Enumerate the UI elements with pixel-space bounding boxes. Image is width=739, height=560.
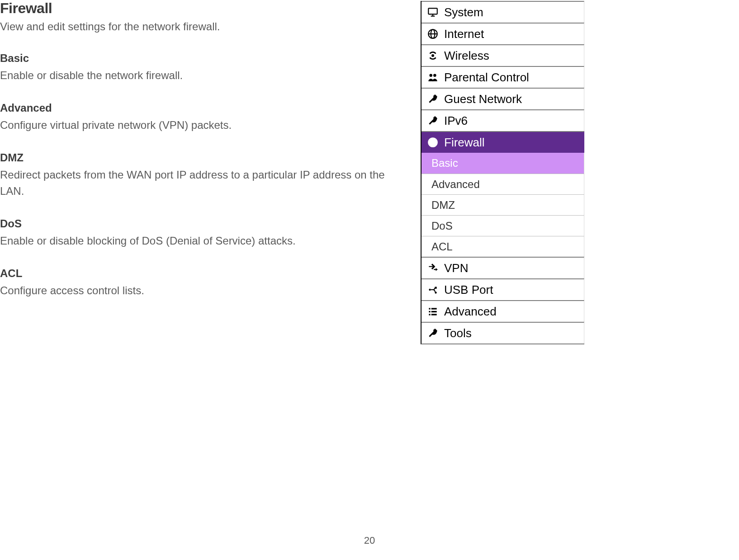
sidebar-item-guest-network[interactable]: Guest Network — [422, 88, 584, 109]
sidebar-item-label: Internet — [444, 27, 484, 41]
vpn-icon — [422, 262, 444, 274]
svg-rect-14 — [429, 311, 430, 312]
section-dmz: DMZ Redirect packets from the WAN port I… — [0, 151, 393, 199]
section-title: ACL — [0, 267, 393, 280]
sidebar-subitem-label: Advanced — [431, 178, 480, 191]
page-intro: View and edit settings for the network f… — [0, 20, 393, 33]
list-icon — [422, 306, 444, 317]
sidebar-item-label: Wireless — [444, 49, 489, 63]
sidebar-item-parental-control[interactable]: Parental Control — [422, 66, 584, 88]
sidebar-subitem-label: Basic — [431, 157, 458, 169]
sidebar-item-label: USB Port — [444, 283, 493, 297]
section-desc: Enable or disable the network firewall. — [0, 67, 393, 84]
sidebar-item-internet[interactable]: Internet — [422, 23, 584, 44]
section-title: DMZ — [0, 151, 393, 164]
svg-rect-18 — [431, 314, 437, 315]
svg-rect-17 — [431, 311, 437, 312]
sidebar-item-label: Guest Network — [444, 92, 522, 106]
usb-icon — [422, 284, 444, 296]
sidebar-subitem-label: DoS — [431, 220, 453, 232]
page-number: 20 — [0, 535, 739, 546]
sidebar-item-label: Advanced — [444, 305, 497, 319]
svg-rect-15 — [429, 314, 430, 315]
svg-rect-13 — [429, 308, 430, 309]
sidebar-item-ipv6[interactable]: IPv6 — [422, 109, 584, 131]
section-desc: Enable or disable blocking of DoS (Denia… — [0, 233, 393, 249]
section-dos: DoS Enable or disable blocking of DoS (D… — [0, 217, 393, 249]
sidebar-item-firewall[interactable]: Firewall — [422, 131, 584, 153]
sidebar-item-label: System — [444, 5, 483, 19]
section-basic: Basic Enable or disable the network fire… — [0, 52, 393, 84]
sidebar-item-usb-port[interactable]: USB Port — [422, 278, 584, 300]
sidebar-item-label: Firewall — [444, 136, 485, 150]
svg-point-6 — [432, 55, 433, 56]
section-title: Advanced — [0, 102, 393, 114]
sidebar-subitem-advanced[interactable]: Advanced — [422, 174, 584, 194]
sidebar-subitem-label: DMZ — [431, 199, 455, 212]
sidebar-subitem-dos[interactable]: DoS — [422, 215, 584, 236]
sidebar-subitem-acl[interactable]: ACL — [422, 236, 584, 257]
users-icon — [422, 71, 444, 83]
sidebar-item-vpn[interactable]: VPN — [422, 257, 584, 278]
sidebar-subitem-dmz[interactable]: DMZ — [422, 194, 584, 215]
wrench-icon — [422, 93, 444, 105]
wifi-icon — [422, 50, 444, 61]
svg-rect-16 — [431, 308, 437, 309]
section-acl: ACL Configure access control lists. — [0, 267, 393, 299]
wrench-icon — [422, 115, 444, 127]
sidebar-item-advanced[interactable]: Advanced — [422, 300, 584, 322]
sidebar-item-label: VPN — [444, 261, 468, 275]
svg-point-12 — [435, 292, 436, 293]
sidebar-item-label: Tools — [444, 326, 472, 340]
sidebar-subitem-basic[interactable]: Basic — [422, 153, 584, 174]
sidebar-submenu-firewall: Basic Advanced DMZ DoS ACL — [422, 153, 584, 257]
firewall-icon — [422, 136, 444, 148]
wrench-icon — [422, 327, 444, 339]
sidebar-item-label: Parental Control — [444, 71, 529, 85]
section-advanced: Advanced Configure virtual private netwo… — [0, 102, 393, 133]
section-title: DoS — [0, 217, 393, 230]
svg-point-7 — [429, 74, 432, 77]
sidebar-item-tools[interactable]: Tools — [422, 322, 584, 344]
sidebar-item-label: IPv6 — [444, 114, 468, 128]
sidebar-item-wireless[interactable]: Wireless — [422, 44, 584, 66]
sidebar-nav: System Internet Wireless Parental Contro… — [421, 0, 584, 344]
sidebar-subitem-label: ACL — [431, 240, 453, 253]
svg-point-8 — [433, 74, 436, 77]
page-title: Firewall — [0, 0, 393, 17]
section-desc: Configure virtual private network (VPN) … — [0, 117, 393, 133]
svg-rect-0 — [428, 8, 437, 14]
svg-point-10 — [429, 289, 431, 291]
globe-icon — [422, 28, 444, 40]
section-desc: Configure access control lists. — [0, 282, 393, 299]
section-title: Basic — [0, 52, 393, 65]
doc-content: Firewall View and edit settings for the … — [0, 0, 393, 344]
sidebar-item-system[interactable]: System — [422, 1, 584, 23]
monitor-icon — [422, 6, 444, 18]
section-desc: Redirect packets from the WAN port IP ad… — [0, 167, 393, 199]
